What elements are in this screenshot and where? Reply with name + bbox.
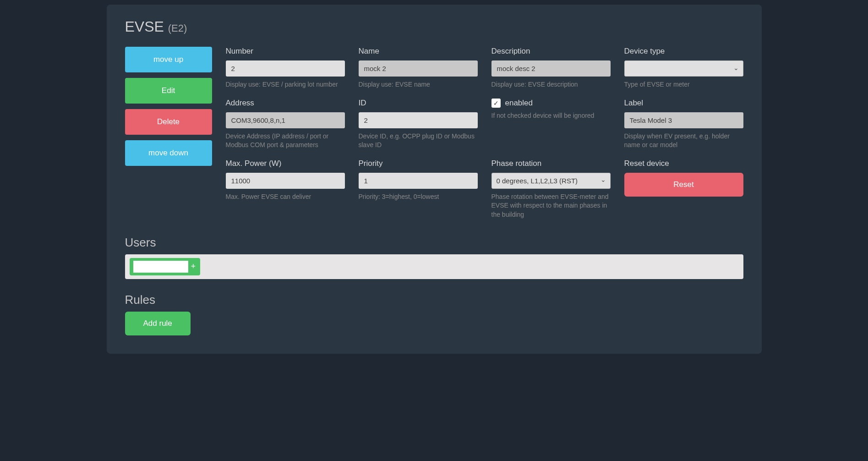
field-name: Name Display use: EVSE name [359, 47, 478, 89]
device-type-label: Device type [624, 47, 743, 56]
move-down-button[interactable]: move down [125, 140, 212, 166]
phase-rotation-label: Phase rotation [491, 159, 611, 168]
phase-rotation-select[interactable]: 0 degrees, L1,L2,L3 (RST) [491, 173, 611, 189]
priority-input[interactable] [359, 173, 478, 189]
edit-button[interactable]: Edit [125, 78, 212, 104]
phase-rotation-help: Phase rotation between EVSE-meter and EV… [491, 192, 611, 220]
users-bar: + [125, 254, 743, 279]
field-reset: Reset device Reset [624, 159, 743, 220]
rules-title: Rules [125, 293, 743, 307]
reset-label: Reset device [624, 159, 743, 168]
evse-panel: EVSE (E2) move up Edit Delete move down … [107, 5, 762, 354]
name-help: Display use: EVSE name [359, 80, 478, 89]
description-input[interactable] [491, 60, 611, 77]
number-label: Number [226, 47, 345, 56]
enabled-help: If not checked device will be ignored [491, 111, 611, 121]
max-power-input[interactable] [226, 173, 345, 189]
move-up-button[interactable]: move up [125, 47, 212, 72]
title-subtitle: (E2) [168, 22, 187, 34]
id-help: Device ID, e.g. OCPP plug ID or Modbus s… [359, 132, 478, 150]
panel-title: EVSE (E2) [125, 18, 743, 35]
number-input[interactable] [226, 60, 345, 77]
label-help: Display when EV present, e.g. holder nam… [624, 132, 743, 150]
device-type-help: Type of EVSE or meter [624, 80, 743, 89]
enabled-checkbox-row: ✓ enabled [491, 99, 611, 108]
field-id: ID Device ID, e.g. OCPP plug ID or Modbu… [359, 99, 478, 150]
action-buttons: move up Edit Delete move down [125, 47, 212, 220]
number-help: Display use: EVSE / parking lot number [226, 80, 345, 89]
reset-button[interactable]: Reset [624, 173, 743, 197]
name-input[interactable] [359, 60, 478, 77]
field-address: Address Device Address (IP address / por… [226, 99, 345, 150]
add-rule-button[interactable]: Add rule [125, 312, 191, 335]
device-type-select[interactable] [624, 60, 743, 77]
delete-button[interactable]: Delete [125, 109, 212, 135]
priority-label: Priority [359, 159, 478, 168]
field-number: Number Display use: EVSE / parking lot n… [226, 47, 345, 89]
form-grid: Number Display use: EVSE / parking lot n… [226, 47, 743, 220]
priority-help: Priority: 3=highest, 0=lowest [359, 192, 478, 202]
address-label: Address [226, 99, 345, 108]
max-power-label: Max. Power (W) [226, 159, 345, 168]
name-label: Name [359, 47, 478, 56]
field-phase-rotation: Phase rotation 0 degrees, L1,L2,L3 (RST)… [491, 159, 611, 220]
label-label: Label [624, 99, 743, 108]
field-label: Label Display when EV present, e.g. hold… [624, 99, 743, 150]
field-max-power: Max. Power (W) Max. Power EVSE can deliv… [226, 159, 345, 220]
max-power-help: Max. Power EVSE can deliver [226, 192, 345, 202]
id-label: ID [359, 99, 478, 108]
id-input[interactable] [359, 112, 478, 128]
user-add-button[interactable]: + [190, 262, 197, 271]
field-enabled: ✓ enabled If not checked device will be … [491, 99, 611, 150]
user-add-group: + [130, 258, 201, 275]
user-add-input[interactable] [133, 261, 188, 273]
title-text: EVSE [125, 18, 164, 35]
description-label: Description [491, 47, 611, 56]
field-description: Description Display use: EVSE descriptio… [491, 47, 611, 89]
field-priority: Priority Priority: 3=highest, 0=lowest [359, 159, 478, 220]
description-help: Display use: EVSE description [491, 80, 611, 89]
label-input[interactable] [624, 112, 743, 128]
address-input[interactable] [226, 112, 345, 128]
main-grid: move up Edit Delete move down Number Dis… [125, 47, 743, 220]
enabled-checkbox[interactable]: ✓ [491, 99, 501, 108]
address-help: Device Address (IP address / port or Mod… [226, 132, 345, 150]
users-title: Users [125, 236, 743, 250]
enabled-label: enabled [505, 99, 533, 108]
field-device-type: Device type Type of EVSE or meter [624, 47, 743, 89]
